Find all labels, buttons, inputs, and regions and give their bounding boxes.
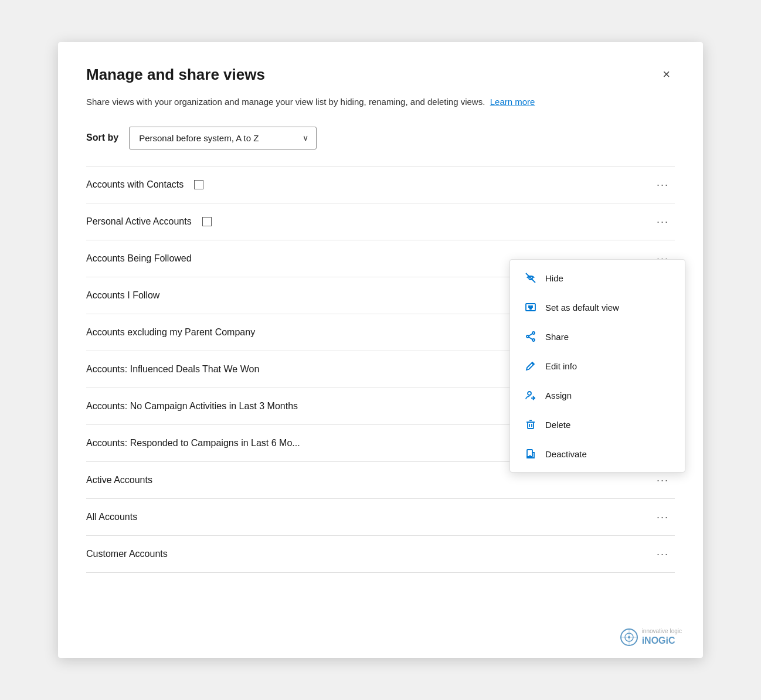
view-item-label: Accounts Being Followed [86, 253, 192, 264]
manage-views-dialog: Manage and share views × Share views wit… [58, 42, 703, 658]
ctx-share-icon [524, 330, 537, 343]
svg-point-10 [532, 339, 535, 341]
ctx-hide-label: Hide [545, 273, 563, 283]
ctx-edit-info-label: Edit info [545, 361, 577, 371]
ctx-menu-item-assign[interactable]: Assign [510, 380, 685, 410]
view-item-label: Accounts: Influenced Deals That We Won [86, 364, 259, 375]
sort-select[interactable]: Personal before system, A to ZPersonal b… [129, 127, 317, 149]
ctx-set-default-label: Set as default view [545, 303, 619, 312]
ctx-menu-item-edit-info[interactable]: Edit info [510, 351, 685, 380]
view-item-label: Active Accounts [86, 475, 152, 485]
view-item-label: Accounts excluding my Parent Company [86, 327, 255, 338]
ctx-set-default-icon [524, 301, 537, 314]
view-item-label: Accounts I Follow [86, 290, 159, 301]
ctx-edit-info-icon [524, 359, 537, 372]
dialog-title: Manage and share views [86, 66, 265, 84]
svg-point-15 [528, 392, 531, 395]
close-button[interactable]: × [658, 66, 675, 83]
ctx-hide-icon [524, 271, 537, 284]
ctx-menu-item-deactivate[interactable]: Deactivate [510, 439, 685, 468]
more-options-button[interactable]: ··· [651, 214, 675, 229]
svg-rect-17 [528, 422, 534, 429]
ctx-deactivate-label: Deactivate [545, 449, 587, 459]
view-item-label: Personal Active Accounts [86, 216, 192, 227]
ctx-menu-item-hide[interactable]: Hide [510, 263, 685, 293]
inogic-logo-icon [620, 628, 638, 647]
personal-view-icon [202, 217, 212, 226]
sort-select-wrapper: Personal before system, A to ZPersonal b… [129, 127, 317, 149]
ctx-assign-label: Assign [545, 390, 572, 400]
list-item: Customer Accounts··· [86, 536, 675, 573]
more-options-button[interactable]: ··· [651, 473, 675, 488]
sort-row: Sort by Personal before system, A to ZPe… [86, 127, 675, 149]
ctx-deactivate-icon [524, 447, 537, 460]
view-item-label: Accounts with Contacts [86, 179, 184, 190]
list-item: All Accounts··· [86, 499, 675, 536]
learn-more-link[interactable]: Learn more [490, 97, 535, 107]
dialog-header: Manage and share views × [86, 66, 675, 84]
ctx-menu-item-set-default[interactable]: Set as default view [510, 293, 685, 322]
view-item-label: Customer Accounts [86, 549, 168, 559]
more-options-button[interactable]: ··· [651, 509, 675, 525]
svg-point-8 [530, 308, 532, 310]
ctx-delete-label: Delete [545, 420, 570, 430]
list-item: Accounts with Contacts··· [86, 166, 675, 203]
personal-view-icon [194, 180, 203, 189]
sort-label: Sort by [86, 132, 118, 143]
ctx-menu-item-share[interactable]: Share [510, 322, 685, 351]
ctx-share-label: Share [545, 332, 569, 342]
list-item: Personal Active Accounts··· [86, 203, 675, 240]
footer-logo: innovative logic iNOGiC [620, 627, 682, 647]
view-item-label: All Accounts [86, 512, 137, 522]
footer-text: innovative logic iNOGiC [642, 627, 682, 647]
svg-point-11 [526, 335, 529, 338]
svg-line-13 [529, 337, 532, 339]
ctx-assign-icon [524, 389, 537, 402]
ctx-delete-icon [524, 418, 537, 431]
svg-point-9 [532, 332, 535, 334]
more-options-button[interactable]: ··· [651, 546, 675, 562]
ctx-menu-item-delete[interactable]: Delete [510, 410, 685, 439]
view-item-label: Accounts: No Campaign Activities in Last… [86, 401, 298, 412]
svg-line-12 [529, 334, 532, 336]
dialog-description: Share views with your organization and m… [86, 96, 675, 109]
context-menu: HideSet as default viewShareEdit infoAss… [509, 259, 685, 473]
more-options-button[interactable]: ··· [651, 177, 675, 192]
view-item-label: Accounts: Responded to Campaigns in Last… [86, 438, 300, 448]
